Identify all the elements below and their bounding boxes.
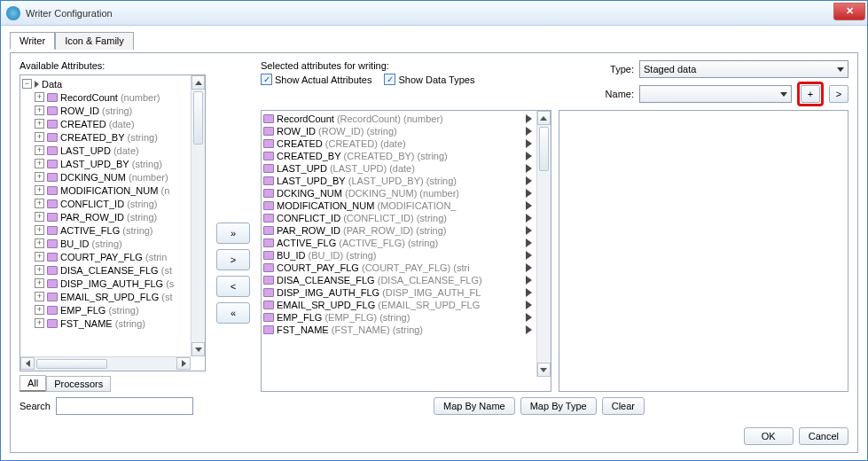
selected-item[interactable]: EMAIL_SR_UPD_FLG (EMAIL_SR_UPD_FLG [263, 299, 535, 311]
scroll-thumb[interactable] [193, 91, 203, 145]
tree-item[interactable]: +EMAIL_SR_UPD_FLG (st [22, 290, 189, 303]
scroll-thumb-h[interactable] [36, 359, 107, 369]
selected-item[interactable]: CREATED (CREATED) (date) [263, 137, 535, 150]
expand-icon[interactable]: + [35, 105, 44, 115]
tree-item[interactable]: +EMP_FLG (string) [22, 303, 189, 316]
add-name-button[interactable]: + [801, 85, 820, 103]
selected-item[interactable]: DCKING_NUM (DCKING_NUM) (number) [263, 187, 535, 199]
show-types-checkbox[interactable]: ✓Show Data Types [384, 74, 474, 85]
tree-item[interactable]: +ACTIVE_FLG (string) [22, 223, 189, 237]
sel-vscrollbar[interactable] [536, 111, 551, 377]
selected-item[interactable]: DISA_CLEANSE_FLG (DISA_CLEANSE_FLG) [263, 274, 535, 286]
filter-all-button[interactable]: All [20, 375, 46, 392]
attribute-icon [47, 146, 58, 155]
tree-item[interactable]: +LAST_UPD (date) [22, 144, 189, 157]
expand-icon[interactable]: + [35, 225, 44, 235]
tree-vscrollbar[interactable] [191, 75, 205, 356]
attribute-icon [47, 253, 58, 262]
map-arrow-icon [526, 238, 532, 247]
expand-icon[interactable]: + [35, 185, 44, 195]
tree-item[interactable]: +DCKING_NUM (number) [22, 170, 189, 184]
collapse-icon[interactable]: − [22, 79, 32, 89]
expand-icon[interactable]: + [35, 92, 44, 102]
selected-item[interactable]: DISP_IMG_AUTH_FLG (DISP_IMG_AUTH_FL [263, 286, 535, 299]
clear-button[interactable]: Clear [602, 397, 645, 415]
selected-item[interactable]: ROW_ID (ROW_ID) (string) [263, 125, 535, 137]
name-combo[interactable] [639, 85, 792, 103]
filter-processors-button[interactable]: Processors [46, 376, 111, 392]
attribute-icon [47, 160, 58, 168]
attribute-icon [47, 226, 58, 235]
attribute-icon [47, 239, 58, 248]
selected-item[interactable]: CREATED_BY (CREATED_BY) (string) [263, 150, 535, 162]
close-button[interactable]: ✕ [833, 3, 865, 20]
expand-icon[interactable]: + [35, 172, 44, 182]
selected-item[interactable]: ACTIVE_FLG (ACTIVE_FLG) (string) [263, 237, 535, 249]
scroll-thumb[interactable] [539, 127, 549, 171]
expand-icon[interactable]: + [35, 292, 44, 301]
tree-item[interactable]: +CREATED_BY (string) [22, 130, 189, 144]
remove-all-button[interactable]: « [216, 302, 250, 324]
selected-item[interactable]: COURT_PAY_FLG (COURT_PAY_FLG) (stri [263, 262, 535, 274]
tree-root[interactable]: − Data [22, 77, 189, 90]
tree-item[interactable]: +BU_ID (string) [22, 237, 189, 250]
tree-item[interactable]: +PAR_ROW_ID (string) [22, 210, 189, 223]
expand-icon[interactable]: + [35, 145, 44, 155]
search-input[interactable] [56, 397, 193, 415]
ok-button[interactable]: OK [744, 427, 794, 445]
cancel-button[interactable]: Cancel [799, 427, 848, 445]
expand-icon[interactable]: + [35, 159, 44, 168]
scroll-left-icon[interactable] [20, 357, 35, 370]
map-arrow-icon [526, 226, 532, 235]
selected-item[interactable]: EMP_FLG (EMP_FLG) (string) [263, 311, 535, 324]
scroll-up-icon[interactable] [192, 75, 205, 90]
scroll-right-icon[interactable] [176, 357, 191, 370]
next-name-button[interactable]: > [829, 85, 848, 103]
tab-writer[interactable]: Writer [10, 32, 55, 50]
expand-icon[interactable]: + [35, 212, 44, 222]
type-combo[interactable]: Staged data [639, 60, 848, 78]
map-arrow-icon [526, 263, 532, 272]
selected-item[interactable]: FST_NAME (FST_NAME) (string) [263, 324, 535, 336]
expand-icon[interactable]: + [35, 238, 44, 248]
tree-item[interactable]: +CONFLICT_ID (string) [22, 197, 189, 210]
tree-item[interactable]: +RecordCount (number) [22, 90, 189, 104]
map-by-type-button[interactable]: Map By Type [520, 397, 597, 415]
expand-icon[interactable]: + [35, 265, 44, 275]
selected-item[interactable]: MODIFICATION_NUM (MODIFICATION_ [263, 199, 535, 212]
remove-button[interactable]: < [216, 276, 250, 297]
expand-icon[interactable]: + [35, 305, 44, 315]
expand-icon[interactable]: + [35, 119, 44, 129]
show-actual-checkbox[interactable]: ✓Show Actual Attributes [261, 74, 371, 85]
tree-item[interactable]: +LAST_UPD_BY (string) [22, 157, 189, 170]
add-button[interactable]: > [216, 249, 250, 270]
scroll-down-icon[interactable] [192, 342, 205, 356]
available-tree[interactable]: − Data +RecordCount (number)+ROW_ID (str… [20, 74, 206, 371]
selected-list[interactable]: RecordCount (RecordCount) (number)ROW_ID… [261, 110, 551, 392]
map-by-name-button[interactable]: Map By Name [434, 397, 515, 415]
selected-item[interactable]: CONFLICT_ID (CONFLICT_ID) (string) [263, 212, 535, 224]
selected-item[interactable]: RecordCount (RecordCount) (number) [263, 113, 535, 125]
tab-icon-family[interactable]: Icon & Family [55, 32, 134, 50]
selected-item[interactable]: LAST_UPD_BY (LAST_UPD_BY) (string) [263, 175, 535, 187]
selected-item[interactable]: BU_ID (BU_ID) (string) [263, 249, 535, 262]
tree-item[interactable]: +DISA_CLEANSE_FLG (st [22, 263, 189, 277]
tree-item[interactable]: +DISP_IMG_AUTH_FLG (s [22, 277, 189, 290]
expand-icon[interactable]: + [35, 318, 44, 328]
expand-icon[interactable]: + [35, 252, 44, 262]
tree-item[interactable]: +FST_NAME (string) [22, 316, 189, 330]
tree-hscrollbar[interactable] [20, 356, 191, 371]
add-all-button[interactable]: » [216, 223, 250, 244]
selected-item[interactable]: PAR_ROW_ID (PAR_ROW_ID) (string) [263, 224, 535, 237]
map-arrow-icon [526, 152, 532, 160]
scroll-down-icon[interactable] [537, 363, 551, 377]
tree-item[interactable]: +MODIFICATION_NUM (n [22, 184, 189, 197]
tree-item[interactable]: +COURT_PAY_FLG (strin [22, 250, 189, 263]
scroll-up-icon[interactable] [537, 111, 551, 125]
expand-icon[interactable]: + [35, 132, 44, 142]
tree-item[interactable]: +CREATED (date) [22, 117, 189, 130]
expand-icon[interactable]: + [35, 199, 44, 208]
selected-item[interactable]: LAST_UPD (LAST_UPD) (date) [263, 162, 535, 175]
tree-item[interactable]: +ROW_ID (string) [22, 104, 189, 117]
expand-icon[interactable]: + [35, 278, 44, 288]
